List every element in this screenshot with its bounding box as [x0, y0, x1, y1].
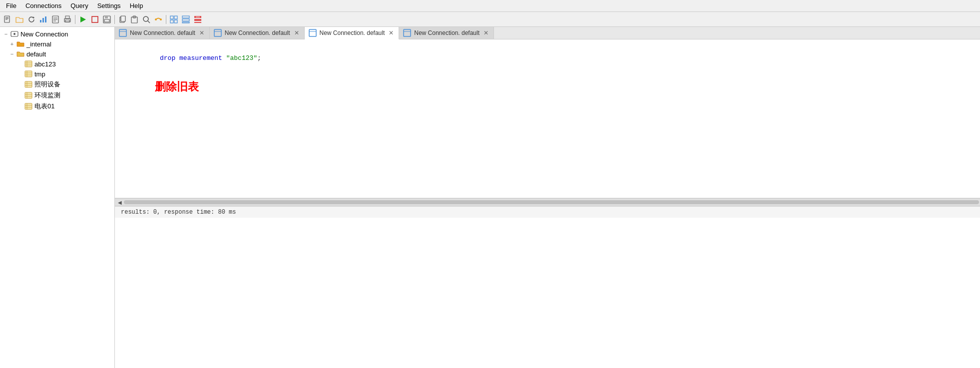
sidebar: − New Connection + _internal − default — [0, 27, 115, 368]
menu-query[interactable]: Query — [66, 1, 92, 10]
svg-line-24 — [148, 21, 150, 23]
tree-default[interactable]: − default — [0, 49, 114, 59]
table-env-icon — [24, 91, 33, 99]
svg-rect-37 — [194, 22, 201, 23]
folder-internal-icon — [16, 40, 25, 48]
toggle-default[interactable]: − — [8, 51, 16, 57]
toolbar-export[interactable] — [192, 14, 203, 25]
kw-measurement: measurement — [179, 54, 222, 62]
svg-rect-44 — [25, 71, 32, 77]
table-abc123-label: abc123 — [34, 60, 56, 68]
svg-rect-28 — [174, 16, 177, 19]
query-comment: 删除旧表 — [155, 79, 199, 94]
table-meter-label: 电表01 — [34, 102, 54, 111]
menu-settings[interactable]: Settings — [93, 1, 125, 10]
toggle-connection[interactable]: − — [2, 31, 10, 37]
default-label: default — [26, 50, 46, 58]
spacer-abc123 — [16, 61, 24, 67]
toggle-internal[interactable]: + — [8, 41, 16, 47]
menu-file[interactable]: File — [2, 1, 20, 10]
status-text: results: 0, response time: 80 ms — [121, 209, 236, 216]
connection-label: New Connection — [20, 30, 68, 38]
svg-rect-30 — [174, 20, 177, 23]
svg-rect-48 — [25, 81, 32, 87]
svg-rect-60 — [119, 29, 126, 36]
tab-bar: New Connection. default ✕ New Connection… — [115, 27, 980, 39]
svg-rect-18 — [104, 19, 109, 22]
svg-point-25 — [155, 18, 157, 20]
toolbar-chart[interactable] — [38, 14, 49, 25]
tab-4-label: New Connection. default — [414, 29, 480, 36]
tree-internal[interactable]: + _internal — [0, 39, 114, 49]
tree-table-env[interactable]: 环境监测 — [0, 90, 114, 101]
toolbar-run[interactable] — [77, 14, 88, 25]
svg-rect-33 — [182, 22, 189, 23]
table-tmp-icon — [24, 70, 33, 78]
toolbar-copy[interactable] — [117, 14, 128, 25]
table-env-label: 环境监测 — [34, 91, 60, 100]
horizontal-scrollbar[interactable]: ◀ — [115, 198, 980, 206]
svg-rect-29 — [170, 20, 173, 23]
toolbar-new[interactable] — [2, 14, 13, 25]
svg-rect-56 — [25, 103, 32, 109]
tab-1-close[interactable]: ✕ — [198, 29, 205, 36]
tab-3-label: New Connection. default — [320, 29, 385, 36]
folder-default-icon — [16, 50, 25, 58]
tree-table-meter[interactable]: 电表01 — [0, 101, 114, 112]
tree-root-connection[interactable]: − New Connection — [0, 29, 114, 39]
toolbar — [0, 12, 980, 27]
svg-rect-52 — [25, 92, 32, 98]
svg-rect-22 — [133, 16, 136, 18]
separator-2 — [114, 15, 115, 24]
toolbar-paste[interactable] — [129, 14, 140, 25]
tab-2-label: New Connection. default — [225, 29, 290, 36]
svg-rect-12 — [65, 16, 69, 18]
svg-rect-36 — [194, 19, 201, 21]
svg-rect-31 — [182, 16, 189, 18]
menu-connections[interactable]: Connections — [21, 1, 65, 10]
kw-drop: drop — [160, 54, 175, 62]
table-lighting-icon — [24, 80, 33, 88]
tab-4[interactable]: New Connection. default ✕ — [399, 27, 494, 39]
toolbar-connect[interactable] — [153, 14, 164, 25]
toolbar-find[interactable] — [141, 14, 152, 25]
svg-marker-15 — [92, 16, 98, 22]
table-meter-icon — [24, 102, 33, 110]
svg-rect-62 — [214, 29, 221, 36]
toolbar-refresh[interactable] — [26, 14, 37, 25]
tree-table-tmp[interactable]: tmp — [0, 69, 114, 79]
internal-label: _internal — [26, 40, 51, 48]
toolbar-grid1[interactable] — [168, 14, 179, 25]
separator-1 — [75, 15, 75, 24]
tab-2[interactable]: New Connection. default ✕ — [210, 27, 305, 39]
query-editor[interactable]: drop measurement "abc123"; 删除旧表 — [115, 39, 980, 198]
tree-table-lighting[interactable]: 照明设备 — [0, 79, 114, 90]
toolbar-grid2[interactable] — [180, 14, 191, 25]
svg-rect-4 — [40, 20, 41, 22]
tab-4-icon — [403, 29, 411, 37]
tab-1-label: New Connection. default — [130, 29, 195, 36]
svg-rect-64 — [309, 29, 316, 36]
toolbar-stop[interactable] — [89, 14, 100, 25]
tab-3-close[interactable]: ✕ — [388, 29, 395, 36]
scroll-left-arrow[interactable]: ◀ — [116, 199, 124, 206]
toolbar-save[interactable] — [101, 14, 112, 25]
svg-point-26 — [160, 18, 162, 20]
scroll-track[interactable] — [124, 200, 979, 204]
tree-table-abc123[interactable]: abc123 — [0, 59, 114, 69]
toolbar-report[interactable] — [50, 14, 61, 25]
main-layout: − New Connection + _internal − default — [0, 27, 980, 368]
svg-rect-32 — [182, 19, 189, 21]
tab-2-close[interactable]: ✕ — [293, 29, 300, 36]
toolbar-print[interactable] — [62, 14, 73, 25]
tab-4-close[interactable]: ✕ — [483, 29, 490, 36]
tab-1[interactable]: New Connection. default ✕ — [115, 27, 210, 39]
svg-point-39 — [13, 33, 15, 35]
menu-help[interactable]: Help — [126, 1, 147, 10]
toolbar-open[interactable] — [14, 14, 25, 25]
right-panel: New Connection. default ✕ New Connection… — [115, 27, 980, 368]
svg-rect-6 — [45, 16, 46, 22]
table-abc123-icon — [24, 60, 33, 68]
tab-3[interactable]: New Connection. default ✕ — [305, 27, 400, 39]
svg-marker-14 — [80, 16, 86, 22]
